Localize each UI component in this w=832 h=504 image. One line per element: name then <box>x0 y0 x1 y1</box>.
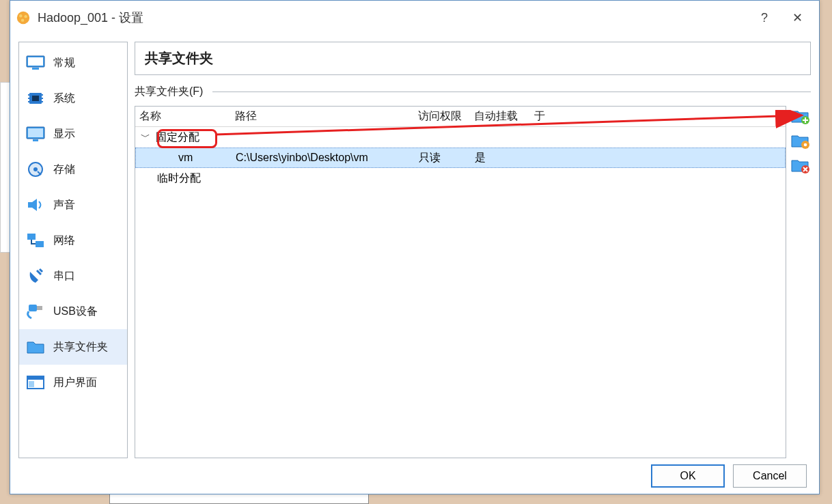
group-transient[interactable]: 临时分配 <box>135 168 786 188</box>
sidebar-item-label: 存储 <box>53 163 75 177</box>
chevron-down-icon[interactable]: ﹀ <box>141 131 153 143</box>
svg-point-3 <box>21 18 24 21</box>
sidebar-item-storage[interactable]: 存储 <box>19 152 127 187</box>
svg-rect-27 <box>27 376 44 380</box>
svg-rect-25 <box>29 305 37 311</box>
sidebar-item-ui[interactable]: 用户界面 <box>19 365 127 400</box>
app-icon <box>16 10 31 25</box>
svg-point-0 <box>17 12 29 24</box>
sidebar-item-usb[interactable]: USB设备 <box>19 294 127 329</box>
network-icon <box>26 232 45 249</box>
edit-share-button[interactable] <box>790 132 809 150</box>
svg-rect-28 <box>29 381 34 387</box>
main-panel: 共享文件夹 共享文件夹(F) 名称 路径 访问权限 自动挂载 于 <box>135 42 811 458</box>
svg-point-31 <box>804 143 807 147</box>
column-access[interactable]: 访问权限 <box>414 109 470 124</box>
group-label: 临时分配 <box>157 171 201 186</box>
sidebar-item-label: 网络 <box>53 234 75 248</box>
svg-rect-20 <box>27 234 36 240</box>
sidebar-item-label: USB设备 <box>53 305 98 319</box>
group-fixed[interactable]: ﹀ 固定分配 <box>135 127 786 148</box>
sidebar-item-label: 常规 <box>53 56 75 70</box>
sidebar-item-label: 显示 <box>53 127 75 141</box>
sidebar-item-shared-folders[interactable]: 共享文件夹 <box>19 329 127 365</box>
sidebar-item-label: 串口 <box>53 269 75 283</box>
svg-rect-21 <box>36 241 44 247</box>
svg-point-1 <box>19 14 22 17</box>
help-button[interactable]: ? <box>748 5 781 30</box>
cell-name: vm <box>136 152 232 164</box>
shared-folders-table[interactable]: 名称 路径 访问权限 自动挂载 于 ﹀ 固定分配 vm C:\User <box>135 106 786 458</box>
sidebar-item-serial[interactable]: 串口 <box>19 258 127 294</box>
column-name[interactable]: 名称 <box>135 109 231 124</box>
group-label: 固定分配 <box>156 130 199 145</box>
folder-icon <box>26 339 45 355</box>
sidebar-item-label: 共享文件夹 <box>53 340 108 354</box>
chip-icon <box>26 90 45 107</box>
cancel-button[interactable]: Cancel <box>733 464 807 488</box>
cell-automount: 是 <box>471 151 531 165</box>
sidebar-item-system[interactable]: 系统 <box>19 81 127 116</box>
sidebar-item-audio[interactable]: 声音 <box>19 187 127 223</box>
sidebar-item-label: 用户界面 <box>53 376 97 390</box>
settings-dialog: Hadoop_001 - 设置 ? ✕ 常规 系统 显示 存储 <box>10 0 820 494</box>
title-bar: Hadoop_001 - 设置 ? ✕ <box>10 1 819 35</box>
sidebar-item-display[interactable]: 显示 <box>19 116 127 152</box>
column-automount[interactable]: 自动挂载 <box>470 109 530 124</box>
svg-point-2 <box>24 15 27 18</box>
remove-share-button[interactable] <box>790 156 809 174</box>
close-button[interactable]: ✕ <box>781 5 814 30</box>
plug-icon <box>26 268 45 284</box>
disk-icon <box>26 161 45 178</box>
svg-line-23 <box>40 269 42 272</box>
sidebar-item-general[interactable]: 常规 <box>19 45 127 81</box>
category-sidebar: 常规 系统 显示 存储 声音 网络 <box>18 42 128 458</box>
svg-point-19 <box>33 167 38 171</box>
svg-rect-8 <box>32 96 39 101</box>
speaker-icon <box>26 197 45 213</box>
column-path[interactable]: 路径 <box>231 109 414 124</box>
table-row[interactable]: vm C:\Users\yinbo\Desktop\vm 只读 是 <box>135 148 786 168</box>
add-share-button[interactable] <box>790 107 809 125</box>
sidebar-item-label: 声音 <box>53 198 75 212</box>
cell-access: 只读 <box>415 151 471 165</box>
cell-path: C:\Users\yinbo\Desktop\vm <box>232 152 415 164</box>
monitor-icon <box>26 55 45 71</box>
svg-rect-17 <box>33 139 38 141</box>
sidebar-item-label: 系统 <box>53 92 75 106</box>
svg-rect-16 <box>28 128 43 137</box>
table-header: 名称 路径 访问权限 自动挂载 于 <box>135 107 786 127</box>
panel-header: 共享文件夹 <box>135 42 811 75</box>
window-title: Hadoop_001 - 设置 <box>38 10 748 26</box>
display-icon <box>26 126 45 142</box>
folder-toolbar <box>786 106 811 458</box>
window-icon <box>26 374 45 391</box>
svg-rect-5 <box>28 57 43 66</box>
svg-rect-6 <box>32 68 39 70</box>
ok-button[interactable]: OK <box>651 464 725 488</box>
usb-icon <box>26 303 45 320</box>
column-at[interactable]: 于 <box>530 109 786 124</box>
dialog-footer: OK Cancel <box>10 458 819 494</box>
sidebar-item-network[interactable]: 网络 <box>19 223 127 258</box>
fieldset-label: 共享文件夹(F) <box>135 85 811 99</box>
